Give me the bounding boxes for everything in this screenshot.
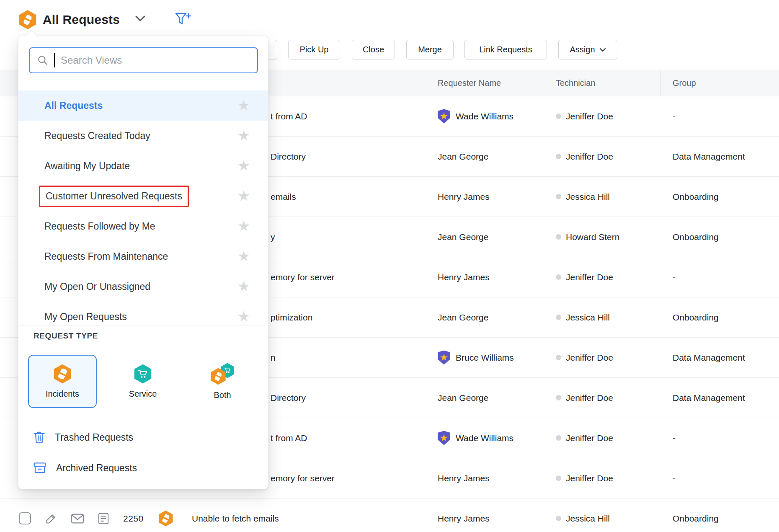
view-item-label: Requests Created Today: [44, 130, 150, 142]
pick-up-button[interactable]: Pick Up: [288, 40, 340, 59]
request-subject[interactable]: ptimization: [271, 297, 312, 337]
search-views-input[interactable]: Search Views: [29, 47, 258, 73]
column-header-requester[interactable]: Requester Name: [438, 70, 501, 96]
request-type-label: REQUEST TYPE: [34, 331, 98, 341]
search-placeholder: Search Views: [61, 54, 122, 66]
request-subject[interactable]: Directory: [271, 378, 306, 418]
both-types-icon: [210, 363, 235, 385]
group-cell: -: [673, 418, 676, 458]
vip-shield-star-icon: [438, 351, 450, 365]
request-subject[interactable]: y: [271, 217, 275, 257]
star-icon[interactable]: [238, 311, 250, 323]
request-subject[interactable]: Directory: [271, 137, 306, 176]
avatar: [556, 154, 561, 159]
request-subject[interactable]: emory for server: [271, 257, 335, 297]
star-icon[interactable]: [238, 130, 250, 142]
request-subject[interactable]: emory for server: [271, 458, 335, 498]
request-subject[interactable]: n: [271, 338, 276, 377]
star-icon[interactable]: [238, 190, 250, 202]
request-subject[interactable]: Unable to fetch emails: [192, 498, 279, 532]
star-icon[interactable]: [238, 160, 250, 172]
star-icon[interactable]: [238, 251, 250, 262]
row-checkbox[interactable]: [19, 512, 31, 524]
notes-icon[interactable]: [98, 513, 109, 524]
technician-cell: Jessica Hill: [556, 498, 610, 532]
requester-cell: Bruce Williams: [438, 338, 514, 377]
incident-hexagon-icon: [53, 364, 72, 384]
avatar: [556, 194, 561, 199]
view-item-label: All Requests: [44, 100, 103, 111]
request-type-both[interactable]: Both: [189, 355, 256, 408]
view-item-all-requests[interactable]: All Requests: [18, 90, 268, 121]
footer-divider: [18, 418, 268, 418]
current-view-title[interactable]: All Requests: [43, 10, 120, 29]
view-item-label: Awaiting My Update: [44, 160, 130, 172]
link-requests-button[interactable]: Link Requests: [464, 40, 547, 59]
trashed-requests-label: Trashed Requests: [55, 432, 133, 443]
star-icon[interactable]: [238, 281, 250, 292]
email-envelope-icon[interactable]: [71, 514, 84, 524]
chevron-down-icon[interactable]: [135, 15, 146, 22]
request-subject[interactable]: t from AD: [271, 96, 307, 136]
group-cell: -: [673, 96, 676, 136]
technician-cell: Jeniffer Doe: [556, 96, 613, 136]
technician-cell: Jessica Hill: [556, 177, 610, 217]
requester-name: Bruce Williams: [456, 353, 514, 363]
merge-button[interactable]: Merge: [406, 40, 454, 59]
column-header-group[interactable]: Group: [673, 70, 696, 96]
section-divider: [18, 325, 268, 325]
requester-cell: Henry James: [438, 498, 490, 532]
search-icon: [37, 55, 48, 66]
group-cell: Onboarding: [673, 217, 719, 257]
avatar: [556, 516, 561, 521]
group-cell: -: [673, 257, 676, 297]
view-item-requests-followed-by-me[interactable]: Requests Followed by Me: [18, 211, 268, 241]
text-cursor: [54, 53, 55, 67]
technician-name: Jeniffer Doe: [566, 111, 613, 121]
request-type-incidents[interactable]: Incidents: [28, 355, 97, 408]
request-type-service[interactable]: Service: [109, 355, 176, 408]
view-item-my-open-or-unassigned[interactable]: My Open Or Unassigned: [18, 271, 268, 302]
edit-pencil-icon[interactable]: [45, 513, 57, 524]
view-item-customer-unresolved-requests[interactable]: Customer Unresolved Requests: [18, 181, 268, 211]
column-divider: [660, 70, 661, 96]
views-dropdown-panel: Search Views All Requests Requests Creat…: [18, 36, 268, 489]
view-item-my-open-requests[interactable]: My Open Requests: [18, 302, 268, 332]
star-icon[interactable]: [238, 220, 250, 232]
annotation-red-box: Customer Unresolved Requests: [39, 186, 189, 207]
vip-shield-star-icon: [438, 431, 450, 445]
header-divider: [166, 12, 166, 28]
group-cell: Onboarding: [673, 177, 719, 217]
request-subject[interactable]: emails: [271, 177, 296, 217]
service-cart-hexagon-icon: [133, 364, 152, 384]
table-row[interactable]: 2250 Unable to fetch emails Henry James …: [0, 498, 779, 532]
request-type-option-label: Both: [214, 390, 231, 400]
incident-hexagon-icon: [18, 10, 37, 29]
request-subject[interactable]: t from AD: [271, 418, 307, 458]
view-item-requests-from-maintenance[interactable]: Requests From Maintenance: [18, 241, 268, 271]
view-item-label: My Open Or Unassigned: [44, 281, 150, 292]
vip-shield-star-icon: [438, 109, 450, 124]
assign-button[interactable]: Assign: [558, 40, 617, 59]
filter-add-icon[interactable]: [174, 12, 192, 28]
technician-name: Jeniffer Doe: [566, 393, 613, 403]
star-icon[interactable]: [238, 100, 250, 111]
request-id[interactable]: 2250: [123, 514, 144, 524]
avatar: [556, 435, 561, 441]
requester-name: Henry James: [438, 192, 490, 202]
view-item-requests-created-today[interactable]: Requests Created Today: [18, 121, 268, 151]
view-item-awaiting-my-update[interactable]: Awaiting My Update: [18, 151, 268, 181]
group-cell: Data Management: [673, 137, 745, 176]
close-button[interactable]: Close: [352, 40, 395, 59]
requester-name: Jean George: [438, 232, 488, 242]
request-type-option-label: Service: [129, 389, 157, 399]
requester-name: Wade Williams: [456, 433, 513, 443]
requester-name: Jean George: [438, 393, 488, 403]
servicedesk-requests-screen: { "header": { "title": "All Requests" },…: [0, 0, 779, 532]
group-cell: Onboarding: [673, 498, 719, 532]
technician-cell: Jeniffer Doe: [556, 137, 613, 176]
trashed-requests-link[interactable]: Trashed Requests: [34, 428, 133, 447]
archived-requests-link[interactable]: Archived Requests: [34, 459, 137, 477]
column-header-technician[interactable]: Technician: [556, 70, 596, 96]
requester-name: Jean George: [438, 152, 488, 162]
